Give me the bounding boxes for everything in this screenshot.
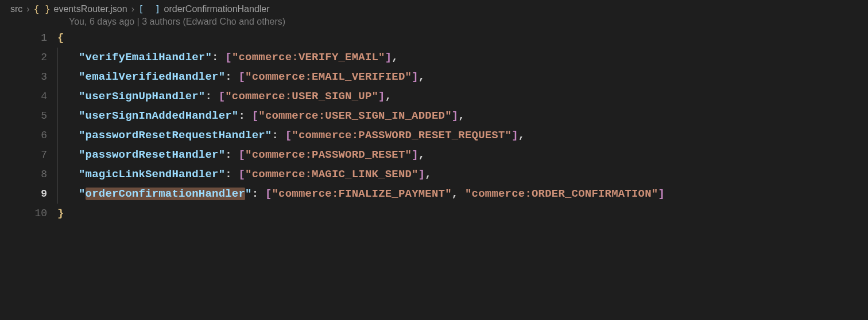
token-colon: : (272, 129, 285, 142)
indent-guide (57, 67, 58, 87)
token-punct: , (418, 149, 425, 161)
token-key: "userSignInAddedHandler" (79, 110, 238, 122)
token-key: "emailVerifiedHandler" (79, 71, 225, 83)
token-bracket: ] (658, 188, 665, 200)
indent-guide (57, 126, 58, 145)
token-bracket: [ (238, 71, 245, 83)
token-bracket: ] (378, 90, 385, 103)
token-str: "commerce:ORDER_CONFIRMATION" (465, 188, 658, 200)
token-bracket: [ (238, 149, 245, 161)
breadcrumb-file[interactable]: eventsRouter.json (54, 4, 127, 14)
token-punct: , (458, 110, 465, 122)
indent-guide (57, 87, 58, 106)
line-number: 2 (0, 48, 47, 67)
token-bracket: [ (238, 168, 245, 181)
line-number: 4 (0, 87, 47, 106)
token-bracket: [ (225, 51, 232, 64)
token-key: "userSignUpHandler" (79, 90, 205, 103)
code-line[interactable]: { (57, 28, 665, 48)
json-file-icon: { } (34, 3, 51, 14)
token-bracket: ] (412, 149, 418, 161)
chevron-right-icon: › (26, 4, 29, 14)
line-number: 8 (0, 165, 47, 184)
token-punct: , (385, 90, 392, 103)
token-key: "passwordResetRequestHandler" (79, 129, 272, 142)
token-colon: : (212, 51, 225, 64)
token-bracket: ] (418, 168, 425, 181)
token-colon: : (205, 90, 218, 103)
indent-guide (57, 48, 58, 67)
token-colon: : (238, 110, 251, 122)
line-number-gutter: 12345678910 (0, 28, 57, 223)
token-str: "commerce:FINALIZE_PAYMENT" (272, 188, 452, 200)
array-symbol-icon: [ ] (138, 3, 161, 14)
code-line[interactable]: "userSignInAddedHandler": ["commerce:USE… (57, 106, 665, 126)
token-str: "commerce:VERIFY_EMAIL" (232, 51, 385, 64)
token-brace: { (57, 32, 64, 44)
code-line[interactable]: "verifyEmailHandler": ["commerce:VERIFY_… (57, 48, 665, 67)
token-str: "commerce:USER_SIGN_UP" (225, 90, 378, 103)
token-bracket: ] (385, 51, 392, 64)
code-line[interactable]: "userSignUpHandler": ["commerce:USER_SIG… (57, 87, 665, 106)
breadcrumb-symbol[interactable]: orderConfirmationHandler (164, 4, 270, 14)
token-brace: } (57, 207, 64, 220)
code-content[interactable]: {"verifyEmailHandler": ["commerce:VERIFY… (57, 28, 665, 223)
token-key: " (245, 188, 252, 200)
token-key: orderConfirmationHandler (86, 188, 245, 200)
token-bracket: ] (512, 129, 518, 142)
token-key: "passwordResetHandler" (79, 149, 225, 161)
indent-guide (57, 165, 58, 184)
token-colon: : (225, 71, 238, 83)
code-line[interactable]: "passwordResetHandler": ["commerce:PASSW… (57, 145, 665, 165)
token-colon: : (225, 149, 238, 161)
line-number: 3 (0, 67, 47, 87)
code-line[interactable]: "passwordResetRequestHandler": ["commerc… (57, 126, 665, 145)
breadcrumb: src › { } eventsRouter.json › [ ] orderC… (0, 0, 868, 17)
code-line[interactable]: "orderConfirmationHandler": ["commerce:F… (57, 184, 665, 204)
code-line[interactable]: } (57, 204, 665, 223)
chevron-right-icon: › (131, 4, 134, 14)
token-punct: , (452, 188, 465, 200)
token-str: "commerce:USER_SIGN_IN_ADDED" (258, 110, 451, 122)
token-colon: : (225, 168, 238, 181)
token-colon: : (252, 188, 265, 200)
code-editor[interactable]: 12345678910 {"verifyEmailHandler": ["com… (0, 28, 868, 223)
token-str: "commerce:PASSWORD_RESET_REQUEST" (292, 129, 512, 142)
token-punct: , (518, 129, 525, 142)
token-bracket: ] (452, 110, 459, 122)
gitlens-annotation[interactable]: You, 6 days ago | 3 authors (Edward Cho … (0, 17, 868, 28)
token-str: "commerce:PASSWORD_RESET" (245, 149, 412, 161)
code-line[interactable]: "magicLinkSendHandler": ["commerce:MAGIC… (57, 165, 665, 184)
token-key: "verifyEmailHandler" (79, 51, 212, 64)
token-key: "magicLinkSendHandler" (79, 168, 225, 181)
line-number: 6 (0, 126, 47, 145)
indent-guide (57, 145, 58, 165)
token-key: " (79, 188, 86, 200)
line-number: 1 (0, 28, 47, 48)
token-punct: , (425, 168, 432, 181)
token-bracket: [ (285, 129, 292, 142)
token-punct: , (392, 51, 398, 64)
token-bracket: [ (252, 110, 259, 122)
token-bracket: [ (265, 188, 272, 200)
indent-guide (57, 106, 58, 126)
token-punct: , (418, 71, 425, 83)
token-bracket: ] (412, 71, 418, 83)
line-number: 5 (0, 106, 47, 126)
indent-guide (57, 184, 58, 204)
token-str: "commerce:EMAIL_VERIFIED" (245, 71, 412, 83)
line-number: 7 (0, 145, 47, 165)
breadcrumb-folder[interactable]: src (10, 4, 22, 14)
line-number: 9 (0, 184, 47, 204)
token-str: "commerce:MAGIC_LINK_SEND" (245, 168, 418, 181)
token-bracket: [ (219, 90, 226, 103)
code-line[interactable]: "emailVerifiedHandler": ["commerce:EMAIL… (57, 67, 665, 87)
line-number: 10 (0, 204, 47, 223)
